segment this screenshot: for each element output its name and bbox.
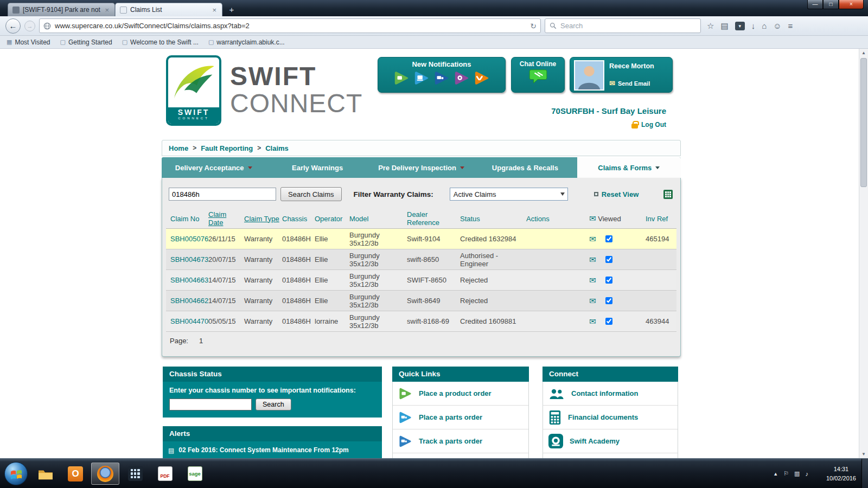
viewed-checkbox[interactable] [605, 235, 612, 242]
breadcrumb-fault-reporting[interactable]: Fault Reporting [201, 144, 253, 152]
tools-notification-icon[interactable] [474, 70, 490, 86]
cell-operator: Ellie [314, 270, 348, 291]
quick-links-title: Quick Links [392, 367, 529, 382]
claim-no-link[interactable]: SBH004673 [166, 249, 207, 270]
search-claims-button[interactable]: Search Claims [280, 187, 342, 201]
quick-link-track-order[interactable]: Track a parts order [393, 429, 528, 453]
viewed-checkbox[interactable] [605, 297, 612, 304]
alert-item[interactable]: 02 Feb 2016: Connect System Maintenance … [178, 446, 348, 454]
quick-link-product-order[interactable]: Place a product order [393, 382, 528, 406]
page-scrollbar[interactable]: ▲ ▼ [859, 49, 868, 458]
bookmark-item[interactable]: ▢warrantyclaim.abiuk.c... [208, 38, 285, 46]
connect-contact-information[interactable]: Contact information [543, 382, 678, 406]
downloads-icon[interactable]: ↓ [751, 21, 756, 30]
tray-network-icon[interactable]: ▥ [794, 470, 800, 477]
email-claim-icon[interactable]: ✉ [589, 296, 596, 306]
delivery-notification-icon[interactable] [433, 70, 450, 86]
app-taskbar-button[interactable] [121, 463, 149, 485]
tray-flag-icon[interactable]: ⚐ [783, 470, 789, 477]
new-tab-button[interactable]: + [224, 4, 239, 15]
viewed-checkbox[interactable] [605, 277, 612, 284]
cell-dealer-ref: SWIFT-8650 [406, 270, 459, 291]
bookmark-star-icon[interactable]: ☆ [707, 21, 714, 31]
cell-claim-date: 26/11/15 [207, 229, 243, 249]
email-claim-icon[interactable]: ✉ [589, 275, 596, 285]
start-button[interactable] [4, 462, 28, 485]
settings-notification-icon[interactable] [454, 70, 470, 86]
tab-pre-delivery-inspection[interactable]: Pre Delivery Inspection [369, 157, 473, 178]
explorer-taskbar-button[interactable] [31, 463, 60, 485]
menu-icon[interactable]: ≡ [788, 21, 793, 30]
firefox-taskbar-button[interactable] [91, 463, 119, 485]
chassis-search-button[interactable]: Search [256, 399, 291, 410]
back-button[interactable]: ← [5, 18, 21, 34]
reload-icon[interactable]: ↻ [530, 22, 537, 30]
claim-no-link[interactable]: SBH005076 [166, 229, 207, 249]
maximize-button[interactable]: □ [823, 0, 839, 9]
filter-dropdown[interactable]: Active Claims [450, 188, 568, 201]
quick-link-label: Place a parts order [419, 413, 482, 421]
reset-view-link[interactable]: Reset View [594, 190, 639, 198]
email-claim-icon[interactable]: ✉ [589, 255, 596, 265]
browser-search-box[interactable]: Search [545, 18, 701, 33]
account-icon[interactable]: ☺ [773, 21, 781, 30]
tab-delivery-acceptance[interactable]: Delivery Acceptance [162, 157, 265, 178]
minimize-button[interactable]: — [807, 0, 823, 9]
scroll-down-arrow[interactable]: ▼ [859, 450, 868, 458]
table-header-row: Claim No Claim Date Claim Type Chassis O… [166, 209, 676, 229]
browser-tab-1[interactable]: [SWIFT-9104] Park are not ... × [8, 3, 115, 16]
scroll-up-arrow[interactable]: ▲ [859, 49, 868, 57]
export-excel-icon[interactable] [663, 190, 673, 199]
page-viewport: SWIFT CONNECT SWIFT CONNECT New Notifica… [0, 49, 868, 458]
tab-close-icon[interactable]: × [211, 6, 218, 14]
logout-label: Log Out [641, 121, 666, 129]
home-icon[interactable]: ⌂ [762, 21, 767, 30]
claim-no-link[interactable]: SBH004470 [166, 311, 207, 332]
page-number[interactable]: 1 [199, 337, 203, 345]
tab-title: Claims List [130, 6, 208, 14]
tray-expand-icon[interactable]: ▲ [773, 471, 778, 477]
cell-model: Burgundy 35x12/3b [348, 311, 406, 332]
logout-link[interactable]: Log Out [631, 121, 666, 129]
forward-button[interactable]: → [24, 21, 35, 31]
claim-no-link[interactable]: SBH004663 [166, 270, 207, 291]
quick-link-parts-order[interactable]: Place a parts order [393, 406, 528, 429]
viewed-checkbox[interactable] [605, 318, 612, 325]
taskbar-clock[interactable]: 14:31 10/02/2016 [826, 459, 856, 488]
tray-volume-icon[interactable]: ♪ [806, 471, 809, 477]
close-button[interactable]: × [839, 0, 864, 9]
browser-tab-2[interactable]: Claims List × [115, 3, 222, 16]
breadcrumb-home[interactable]: Home [169, 144, 188, 152]
bookmark-item[interactable]: ▢Getting Started [60, 38, 112, 46]
email-claim-icon[interactable]: ✉ [589, 234, 596, 244]
show-desktop-button[interactable] [861, 459, 868, 488]
chassis-number-input[interactable] [169, 399, 252, 410]
tab-upgrades-recalls[interactable]: Upgrades & Recalls [473, 157, 577, 178]
viewed-checkbox[interactable] [605, 256, 612, 263]
cell-inv-ref: 465194 [644, 229, 676, 249]
bookmark-item[interactable]: ▦Most Visited [7, 38, 50, 46]
outlook-taskbar-button[interactable]: O [61, 463, 90, 485]
bookmarks-panel-icon[interactable]: ▤ [720, 21, 728, 31]
connect-financial-documents[interactable]: Financial documents [543, 406, 678, 429]
url-bar[interactable]: www.supercare.co.uk/SwiftConnect/Claims/… [39, 18, 541, 33]
header-claim-type[interactable]: Claim Type [243, 209, 281, 229]
claims-search-input[interactable] [169, 188, 276, 201]
connect-swift-academy[interactable]: Swift Academy [543, 429, 678, 453]
sage-taskbar-button[interactable]: sage [181, 463, 209, 485]
header-claim-date[interactable]: Claim Date [207, 209, 243, 229]
tab-close-icon[interactable]: × [104, 6, 110, 14]
breadcrumb-claims[interactable]: Claims [265, 144, 289, 152]
send-email-link[interactable]: ✉ Send Email [609, 79, 650, 87]
scrollbar-thumb[interactable] [860, 58, 867, 187]
bookmark-item[interactable]: ▢Welcome to the Swift ... [122, 38, 199, 46]
tab-early-warnings[interactable]: Early Warnings [265, 157, 369, 178]
pocket-icon[interactable]: ▾ [735, 22, 745, 30]
claim-no-link[interactable]: SBH004662 [166, 291, 207, 311]
laptop-notification-icon[interactable] [413, 70, 430, 86]
product-order-notification-icon[interactable] [393, 70, 410, 86]
pdf-taskbar-button[interactable]: PDF [151, 463, 179, 485]
chat-panel[interactable]: Chat Online [511, 57, 565, 93]
tab-claims-forms[interactable]: Claims & Forms [577, 157, 681, 178]
email-claim-icon[interactable]: ✉ [589, 317, 596, 326]
